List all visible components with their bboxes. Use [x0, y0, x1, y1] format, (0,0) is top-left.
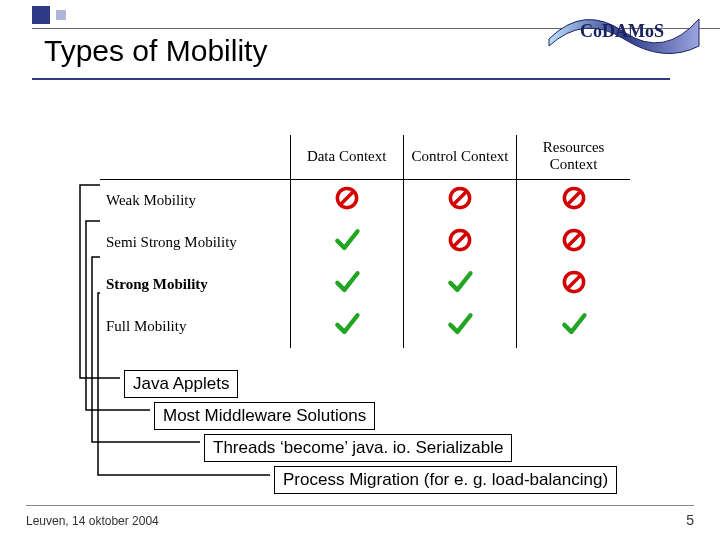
caption-strong: Threads ‘become’ java. io. Serializable [204, 434, 512, 462]
svg-line-3 [453, 191, 467, 205]
svg-line-11 [567, 275, 581, 289]
table-row: Full Mobility [100, 306, 630, 348]
table-row: Strong Mobility [100, 264, 630, 306]
row-label: Weak Mobility [100, 180, 290, 223]
col-header: Resources Context [517, 135, 630, 180]
check-icon [517, 306, 630, 348]
col-header: Control Context [403, 135, 516, 180]
header-bullet-large [32, 6, 50, 24]
table-row: Semi Strong Mobility [100, 222, 630, 264]
caption-semi-strong: Most Middleware Solutions [154, 402, 375, 430]
mobility-table: Data Context Control Context Resources C… [100, 135, 630, 348]
page-title: Types of Mobility [44, 34, 658, 68]
caption-full: Process Migration (for e. g. load-balanc… [274, 466, 617, 494]
row-label: Full Mobility [100, 306, 290, 348]
check-icon [403, 306, 516, 348]
caption-weak: Java Applets [124, 370, 238, 398]
prohibit-icon [517, 222, 630, 264]
prohibit-icon [403, 180, 516, 223]
check-icon [403, 264, 516, 306]
svg-line-5 [567, 191, 581, 205]
col-header: Data Context [290, 135, 403, 180]
row-label: Strong Mobility [100, 264, 290, 306]
check-icon [290, 306, 403, 348]
header-bullet-small [56, 10, 66, 20]
slide: CoDAMoS Types of Mobility Data Context C… [0, 0, 720, 540]
table-row: Weak Mobility [100, 180, 630, 223]
prohibit-icon [403, 222, 516, 264]
prohibit-icon [290, 180, 403, 223]
title-bar: Types of Mobility [32, 28, 670, 80]
svg-line-9 [567, 233, 581, 247]
check-icon [290, 264, 403, 306]
check-icon [290, 222, 403, 264]
prohibit-icon [517, 264, 630, 306]
svg-line-7 [453, 233, 467, 247]
footer-location-date: Leuven, 14 oktober 2004 [26, 514, 159, 528]
table-corner [100, 135, 290, 180]
footer-rule [26, 505, 694, 506]
table-header-row: Data Context Control Context Resources C… [100, 135, 630, 180]
svg-line-1 [340, 191, 354, 205]
prohibit-icon [517, 180, 630, 223]
row-label: Semi Strong Mobility [100, 222, 290, 264]
footer-page-number: 5 [686, 512, 694, 528]
